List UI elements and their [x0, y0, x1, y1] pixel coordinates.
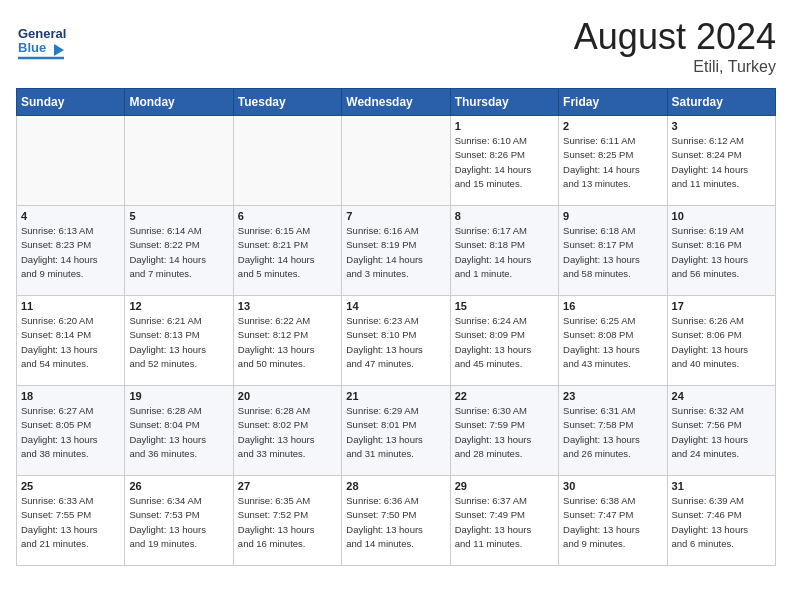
title-area: August 2024 Etili, Turkey [574, 16, 776, 76]
day-number: 20 [238, 390, 337, 402]
day-info: Sunrise: 6:16 AMSunset: 8:19 PMDaylight:… [346, 224, 445, 281]
day-info: Sunrise: 6:26 AMSunset: 8:06 PMDaylight:… [672, 314, 771, 371]
day-number: 14 [346, 300, 445, 312]
weekday-header-monday: Monday [125, 89, 233, 116]
calendar-cell [125, 116, 233, 206]
day-number: 6 [238, 210, 337, 222]
day-info: Sunrise: 6:11 AMSunset: 8:25 PMDaylight:… [563, 134, 662, 191]
week-row-5: 25Sunrise: 6:33 AMSunset: 7:55 PMDayligh… [17, 476, 776, 566]
day-number: 16 [563, 300, 662, 312]
weekday-header-row: SundayMondayTuesdayWednesdayThursdayFrid… [17, 89, 776, 116]
calendar-cell: 8Sunrise: 6:17 AMSunset: 8:18 PMDaylight… [450, 206, 558, 296]
week-row-1: 1Sunrise: 6:10 AMSunset: 8:26 PMDaylight… [17, 116, 776, 206]
calendar-cell: 29Sunrise: 6:37 AMSunset: 7:49 PMDayligh… [450, 476, 558, 566]
day-info: Sunrise: 6:21 AMSunset: 8:13 PMDaylight:… [129, 314, 228, 371]
week-row-2: 4Sunrise: 6:13 AMSunset: 8:23 PMDaylight… [17, 206, 776, 296]
day-info: Sunrise: 6:25 AMSunset: 8:08 PMDaylight:… [563, 314, 662, 371]
weekday-header-tuesday: Tuesday [233, 89, 341, 116]
day-info: Sunrise: 6:32 AMSunset: 7:56 PMDaylight:… [672, 404, 771, 461]
calendar-cell: 2Sunrise: 6:11 AMSunset: 8:25 PMDaylight… [559, 116, 667, 206]
svg-text:Blue: Blue [18, 40, 46, 55]
day-info: Sunrise: 6:27 AMSunset: 8:05 PMDaylight:… [21, 404, 120, 461]
day-number: 26 [129, 480, 228, 492]
day-info: Sunrise: 6:28 AMSunset: 8:02 PMDaylight:… [238, 404, 337, 461]
calendar-cell: 27Sunrise: 6:35 AMSunset: 7:52 PMDayligh… [233, 476, 341, 566]
day-info: Sunrise: 6:28 AMSunset: 8:04 PMDaylight:… [129, 404, 228, 461]
day-info: Sunrise: 6:35 AMSunset: 7:52 PMDaylight:… [238, 494, 337, 551]
calendar-cell: 19Sunrise: 6:28 AMSunset: 8:04 PMDayligh… [125, 386, 233, 476]
week-row-3: 11Sunrise: 6:20 AMSunset: 8:14 PMDayligh… [17, 296, 776, 386]
calendar-cell: 6Sunrise: 6:15 AMSunset: 8:21 PMDaylight… [233, 206, 341, 296]
calendar-cell [17, 116, 125, 206]
day-number: 30 [563, 480, 662, 492]
month-title: August 2024 [574, 16, 776, 58]
calendar-cell: 25Sunrise: 6:33 AMSunset: 7:55 PMDayligh… [17, 476, 125, 566]
day-number: 28 [346, 480, 445, 492]
day-info: Sunrise: 6:17 AMSunset: 8:18 PMDaylight:… [455, 224, 554, 281]
svg-text:General: General [18, 26, 66, 41]
day-info: Sunrise: 6:18 AMSunset: 8:17 PMDaylight:… [563, 224, 662, 281]
calendar-cell: 3Sunrise: 6:12 AMSunset: 8:24 PMDaylight… [667, 116, 775, 206]
calendar-cell [233, 116, 341, 206]
day-info: Sunrise: 6:37 AMSunset: 7:49 PMDaylight:… [455, 494, 554, 551]
weekday-header-sunday: Sunday [17, 89, 125, 116]
calendar-cell: 28Sunrise: 6:36 AMSunset: 7:50 PMDayligh… [342, 476, 450, 566]
day-info: Sunrise: 6:29 AMSunset: 8:01 PMDaylight:… [346, 404, 445, 461]
calendar-body: 1Sunrise: 6:10 AMSunset: 8:26 PMDaylight… [17, 116, 776, 566]
calendar-cell: 10Sunrise: 6:19 AMSunset: 8:16 PMDayligh… [667, 206, 775, 296]
day-info: Sunrise: 6:34 AMSunset: 7:53 PMDaylight:… [129, 494, 228, 551]
day-number: 8 [455, 210, 554, 222]
calendar-cell: 23Sunrise: 6:31 AMSunset: 7:58 PMDayligh… [559, 386, 667, 476]
day-number: 21 [346, 390, 445, 402]
day-info: Sunrise: 6:20 AMSunset: 8:14 PMDaylight:… [21, 314, 120, 371]
calendar-cell: 20Sunrise: 6:28 AMSunset: 8:02 PMDayligh… [233, 386, 341, 476]
day-info: Sunrise: 6:38 AMSunset: 7:47 PMDaylight:… [563, 494, 662, 551]
day-number: 5 [129, 210, 228, 222]
logo: General Blue [16, 16, 66, 66]
svg-marker-2 [54, 44, 64, 56]
day-info: Sunrise: 6:30 AMSunset: 7:59 PMDaylight:… [455, 404, 554, 461]
day-info: Sunrise: 6:31 AMSunset: 7:58 PMDaylight:… [563, 404, 662, 461]
calendar-cell: 9Sunrise: 6:18 AMSunset: 8:17 PMDaylight… [559, 206, 667, 296]
day-info: Sunrise: 6:12 AMSunset: 8:24 PMDaylight:… [672, 134, 771, 191]
day-info: Sunrise: 6:23 AMSunset: 8:10 PMDaylight:… [346, 314, 445, 371]
calendar-cell [342, 116, 450, 206]
calendar-cell: 21Sunrise: 6:29 AMSunset: 8:01 PMDayligh… [342, 386, 450, 476]
calendar-cell: 24Sunrise: 6:32 AMSunset: 7:56 PMDayligh… [667, 386, 775, 476]
day-number: 3 [672, 120, 771, 132]
weekday-header-wednesday: Wednesday [342, 89, 450, 116]
calendar-cell: 18Sunrise: 6:27 AMSunset: 8:05 PMDayligh… [17, 386, 125, 476]
calendar-cell: 11Sunrise: 6:20 AMSunset: 8:14 PMDayligh… [17, 296, 125, 386]
weekday-header-friday: Friday [559, 89, 667, 116]
week-row-4: 18Sunrise: 6:27 AMSunset: 8:05 PMDayligh… [17, 386, 776, 476]
calendar-cell: 30Sunrise: 6:38 AMSunset: 7:47 PMDayligh… [559, 476, 667, 566]
calendar-cell: 5Sunrise: 6:14 AMSunset: 8:22 PMDaylight… [125, 206, 233, 296]
calendar-cell: 26Sunrise: 6:34 AMSunset: 7:53 PMDayligh… [125, 476, 233, 566]
weekday-header-thursday: Thursday [450, 89, 558, 116]
day-info: Sunrise: 6:24 AMSunset: 8:09 PMDaylight:… [455, 314, 554, 371]
day-number: 24 [672, 390, 771, 402]
calendar-cell: 4Sunrise: 6:13 AMSunset: 8:23 PMDaylight… [17, 206, 125, 296]
day-info: Sunrise: 6:13 AMSunset: 8:23 PMDaylight:… [21, 224, 120, 281]
day-number: 11 [21, 300, 120, 312]
day-info: Sunrise: 6:19 AMSunset: 8:16 PMDaylight:… [672, 224, 771, 281]
day-number: 13 [238, 300, 337, 312]
calendar-cell: 13Sunrise: 6:22 AMSunset: 8:12 PMDayligh… [233, 296, 341, 386]
day-number: 7 [346, 210, 445, 222]
calendar-cell: 16Sunrise: 6:25 AMSunset: 8:08 PMDayligh… [559, 296, 667, 386]
day-number: 23 [563, 390, 662, 402]
day-info: Sunrise: 6:14 AMSunset: 8:22 PMDaylight:… [129, 224, 228, 281]
day-number: 17 [672, 300, 771, 312]
day-number: 9 [563, 210, 662, 222]
day-number: 31 [672, 480, 771, 492]
day-number: 27 [238, 480, 337, 492]
page-header: General Blue August 2024 Etili, Turkey [16, 16, 776, 76]
calendar-cell: 14Sunrise: 6:23 AMSunset: 8:10 PMDayligh… [342, 296, 450, 386]
calendar-cell: 17Sunrise: 6:26 AMSunset: 8:06 PMDayligh… [667, 296, 775, 386]
day-info: Sunrise: 6:33 AMSunset: 7:55 PMDaylight:… [21, 494, 120, 551]
day-info: Sunrise: 6:10 AMSunset: 8:26 PMDaylight:… [455, 134, 554, 191]
day-info: Sunrise: 6:36 AMSunset: 7:50 PMDaylight:… [346, 494, 445, 551]
day-number: 25 [21, 480, 120, 492]
day-number: 12 [129, 300, 228, 312]
location-subtitle: Etili, Turkey [574, 58, 776, 76]
